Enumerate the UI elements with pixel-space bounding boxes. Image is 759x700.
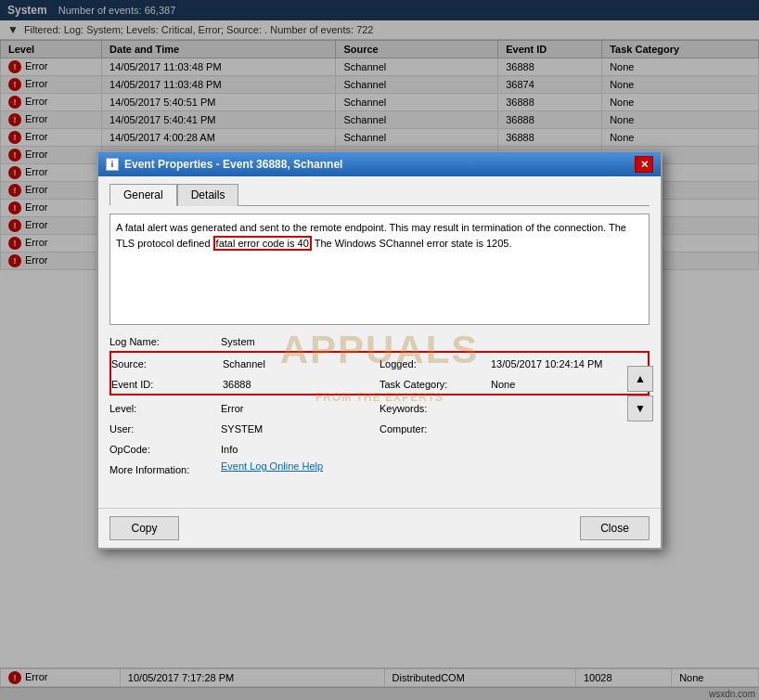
eventid-taskcategory-row: Event ID: 36888 Task Category: None xyxy=(111,373,648,394)
more-info-link[interactable]: Event Log Online Help xyxy=(221,460,650,477)
dialog-title-left: i Event Properties - Event 36888, Schann… xyxy=(106,158,342,171)
copy-button[interactable]: Copy xyxy=(109,516,179,540)
source-logged-row: Source: Schannel Logged: 13/05/2017 10:2… xyxy=(111,353,648,373)
logged-label: Logged: xyxy=(380,355,491,371)
message-area: A fatal alert was generated and sent to … xyxy=(109,214,650,325)
close-button[interactable]: Close xyxy=(580,516,650,540)
event-id-label: Event ID: xyxy=(111,375,223,392)
source-eventid-highlight-box: Source: Schannel Logged: 13/05/2017 10:2… xyxy=(109,351,650,395)
user-label: User: xyxy=(109,420,221,436)
level-label: Level: xyxy=(109,399,221,416)
dialog-title-icon: i xyxy=(106,158,119,171)
opcode-label: OpCode: xyxy=(109,440,221,457)
event-id-value: 36888 xyxy=(223,375,380,392)
dialog-close-button[interactable]: ✕ xyxy=(635,156,653,173)
dialog-title-bar: i Event Properties - Event 36888, Schann… xyxy=(98,152,661,176)
opcode-value: Info xyxy=(221,440,650,457)
computer-value xyxy=(491,420,650,436)
modal-backdrop: APPUALS FROM THE EXPERTS i Event Propert… xyxy=(0,0,759,700)
keywords-value xyxy=(491,399,650,416)
level-keywords-row: Level: Error Keywords: xyxy=(109,397,650,418)
log-name-value: System xyxy=(221,332,650,349)
task-category-value: None xyxy=(491,375,648,392)
tab-details[interactable]: Details xyxy=(177,184,239,206)
user-value: SYSTEM xyxy=(221,420,380,436)
source-value: Schannel xyxy=(223,355,380,371)
task-category-label: Task Category: xyxy=(380,375,491,392)
scroll-arrows: ▲ ▼ xyxy=(627,366,653,421)
user-computer-row: User: SYSTEM Computer: xyxy=(109,418,650,438)
dialog-footer: Copy Close xyxy=(98,508,661,548)
scroll-up-button[interactable]: ▲ xyxy=(627,366,653,392)
scroll-down-button[interactable]: ▼ xyxy=(627,395,653,421)
log-name-row: Log Name: System xyxy=(109,331,650,351)
more-info-row: More Information: Event Log Online Help xyxy=(109,459,650,479)
log-name-label: Log Name: xyxy=(109,332,221,349)
dialog-title-text: Event Properties - Event 36888, Schannel xyxy=(124,158,342,171)
logged-value: 13/05/2017 10:24:14 PM xyxy=(491,355,648,371)
more-info-label: More Information: xyxy=(109,460,221,477)
message-text-after: The Windows SChannel error state is 1205… xyxy=(312,238,512,249)
source-label: Source: xyxy=(111,355,223,371)
tab-row: General Details xyxy=(109,184,650,206)
tab-general[interactable]: General xyxy=(109,184,177,206)
properties-section: Log Name: System Source: Schannel Logged… xyxy=(109,331,650,479)
message-highlight: fatal error code is 40 xyxy=(213,236,312,251)
level-value: Error xyxy=(221,399,380,416)
event-properties-dialog: i Event Properties - Event 36888, Schann… xyxy=(96,150,663,550)
dialog-body: General Details A fatal alert was genera… xyxy=(98,176,661,508)
computer-label: Computer: xyxy=(380,420,491,436)
keywords-label: Keywords: xyxy=(380,399,491,416)
opcode-row: OpCode: Info xyxy=(109,438,650,459)
